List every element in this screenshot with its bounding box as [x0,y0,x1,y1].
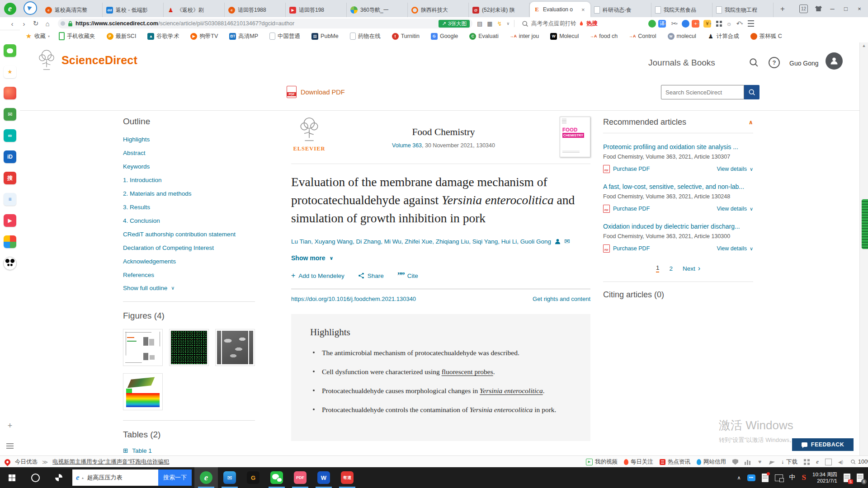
cortana-button[interactable] [24,467,47,488]
start-button[interactable] [0,467,24,488]
pagination-page-2[interactable]: 2 [669,265,673,272]
browser-tab[interactable]: ♟ 《返校》剧 [164,3,225,17]
browser-tab[interactable]: ▶ 请回答198 [286,3,347,17]
author-person-icon[interactable] [554,238,561,245]
header-search-icon[interactable] [749,57,759,69]
speaker-icon[interactable]: ◀) [838,459,844,465]
address-caret-icon[interactable]: ∨ [507,21,510,26]
taskbar-app-button[interactable] [265,467,288,488]
view-details-link[interactable]: View details∨ [717,206,753,212]
tray-message-badge-icon[interactable]: 8 [857,474,863,482]
extension-glyph-icon[interactable] [648,20,656,28]
taskbar-app-button[interactable]: G [241,467,265,488]
outline-link[interactable]: Declaration of Competing Interest [123,244,255,252]
extension-icon[interactable]: ☼ [725,20,731,28]
outline-link[interactable]: Keywords [123,163,255,170]
address-bar[interactable]: https://www.sciencedirect.com/science/ar… [58,19,472,28]
zoom-level[interactable]: 100% [850,459,868,465]
taskbar-search-button[interactable]: 搜索一下 [158,469,192,486]
outline-link[interactable]: 2. Materials and methods [123,190,255,197]
volume-link[interactable]: Volume 363 [392,142,422,149]
heart-icon[interactable]: ♥ [757,459,763,465]
extension-glyph-icon[interactable]: ☼ [725,20,733,28]
cite-button[interactable]: ””Cite [397,272,418,279]
site-credit-item[interactable]: 网站信用 [697,458,726,466]
journals-books-link[interactable]: Journals & Books [648,58,715,68]
dock-add-icon[interactable]: + [8,421,13,431]
recommended-article-title[interactable]: Oxidation induced by dielectric barrier … [603,222,753,231]
show-full-outline-link[interactable]: Show full outline∨ [123,285,255,291]
taskbar-app-button[interactable]: ✉ [218,467,241,488]
outline-link[interactable]: Abstract [123,149,255,157]
scroll-up-icon[interactable]: ▲ [860,43,868,48]
bookmark-item[interactable]: →A Control [629,33,658,40]
tray-chat-icon[interactable]: ••• [747,474,755,481]
extension-icon[interactable] [715,20,721,28]
show-more-button[interactable]: Show more∨ [291,254,590,262]
search-submit-button[interactable] [744,85,760,99]
extension-icon[interactable]: + ▾ [692,20,699,28]
my-videos-item[interactable]: ▶我的视频 [586,458,618,466]
browser-logo-icon[interactable]: e [0,0,20,17]
taskbar-app-button[interactable]: 有道 [335,467,359,488]
booster-rocket-icon[interactable] [769,459,775,465]
bookmark-item[interactable]: ▲ 谷歌学术 [147,33,181,40]
task-view-button[interactable] [47,467,71,488]
dock-app-icon[interactable]: 搜 [4,172,16,184]
recommended-article-title[interactable]: Proteomic profiling and oxidation site a… [603,143,753,151]
sciencedirect-logo[interactable]: ScienceDirect [36,49,137,71]
taskbar-app-button[interactable]: PDF [288,467,312,488]
refresh-button[interactable]: ↻ [30,19,42,28]
dock-app-icon[interactable] [4,87,16,99]
elsevier-logo[interactable]: ELSEVIER [291,117,327,152]
extension-caret-icon[interactable]: ▾ [709,22,711,26]
extension-icon[interactable]: ↶ ▾ [735,20,743,28]
downloads-item[interactable]: ↓下载 [781,458,797,466]
extension-caret-icon[interactable]: ▾ [698,22,699,26]
outline-link[interactable]: 3. Results [123,203,255,211]
page-scrollbar[interactable]: ▲ [859,42,868,455]
sogou-input-icon[interactable]: S [802,473,806,482]
dock-app-icon[interactable]: ★ [4,66,16,78]
scrollbar-thumb[interactable] [861,199,868,249]
news-headline-link[interactable]: 电视新闻主播用专业“主播声音”吓跑电信诈骗犯 [52,458,169,466]
rights-link[interactable]: Get rights and content [533,296,590,302]
dock-app-icon[interactable] [3,257,17,270]
correspondence-envelope-icon[interactable]: ✉ [564,237,570,245]
window-close-button[interactable]: × [856,5,863,12]
tray-expand-icon[interactable]: ∧ [737,475,741,481]
hot-news-item[interactable]: 热点资讯 [660,458,690,466]
window-mode-icon[interactable] [825,459,832,465]
avatar[interactable] [826,52,843,70]
extension-icon[interactable] [648,20,654,28]
taskbar-app-button[interactable]: e [194,467,218,488]
feedback-button[interactable]: FEEDBACK [792,438,854,451]
home-button[interactable]: ⌂ [42,20,53,28]
bookmark-item[interactable]: ▶ 狗带TV [190,33,220,40]
bookmark-item[interactable]: w molecul [668,33,698,40]
taskbar-clock[interactable]: 10:34 周四 2021/7/1 [812,471,837,484]
tray-notes-icon[interactable] [762,474,769,482]
bookmark-item[interactable]: C Evaluati [469,33,500,40]
ie-compat-icon[interactable]: e [816,458,819,465]
bookmark-item[interactable]: →A food ch [590,33,620,40]
tab-count-badge[interactable]: 12 [799,5,808,13]
figure-thumbnail[interactable] [123,329,163,366]
forward-button[interactable]: › [18,20,30,28]
speed-mode-icon[interactable]: ↯ [497,20,502,27]
site-info-icon[interactable] [61,21,65,26]
dock-app-icon[interactable] [4,44,16,57]
add-to-mendeley-button[interactable]: +Add to Mendeley [291,272,344,280]
extension-icon[interactable]: ¥ ▾ [703,20,711,28]
tab-close-icon[interactable]: × [581,6,587,13]
search-sciencedirect-input[interactable] [661,85,744,99]
browser-tab[interactable]: 陕西科技大 [408,3,469,17]
hot-search-label[interactable]: 热搜 [586,20,598,28]
theme-skin-icon[interactable] [815,6,822,11]
dock-app-icon[interactable] [4,235,16,248]
user-name[interactable]: Guo Gong [789,60,819,67]
dock-app-icon[interactable]: ≡ [4,193,16,206]
dock-app-icon[interactable]: ∞ [4,129,16,142]
daily-follow-item[interactable]: 每日关注 [624,458,653,466]
extension-caret-icon[interactable]: ▾ [741,22,743,26]
